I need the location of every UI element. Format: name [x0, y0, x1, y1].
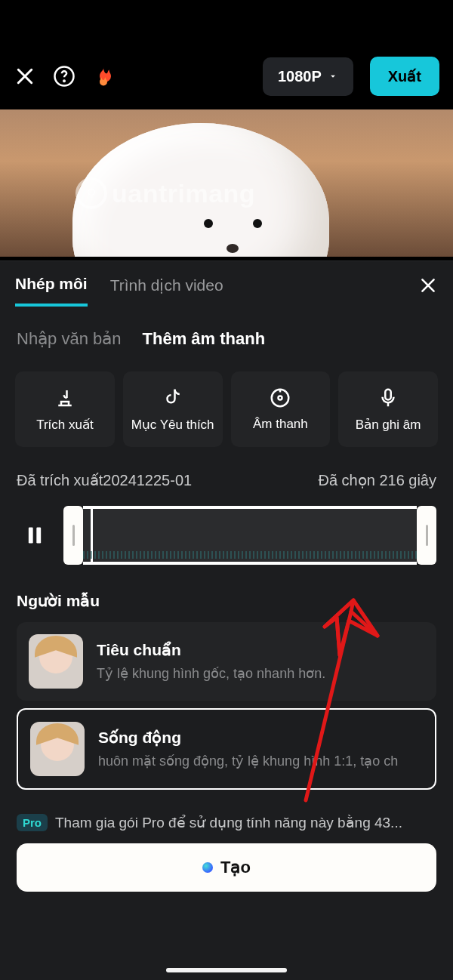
lightbulb-icon [76, 177, 107, 209]
extracted-clip-name: Đã trích xuất20241225-01 [17, 471, 192, 489]
subtab-enter-text[interactable]: Nhập văn bản [17, 329, 122, 349]
model-subtitle: huôn mặt sống động, tỷ lệ khung hình 1:1… [98, 753, 423, 769]
help-icon[interactable] [53, 65, 76, 88]
resolution-selector[interactable]: 1080P [263, 57, 353, 96]
svg-point-10 [279, 396, 282, 400]
pro-badge: Pro [17, 814, 48, 831]
sparkle-icon [202, 862, 213, 873]
flame-icon[interactable] [92, 63, 115, 89]
extract-icon [54, 387, 76, 409]
model-option-standard[interactable]: Tiêu chuẩn Tỷ lệ khung hình gốc, tạo nha… [17, 622, 436, 701]
pro-upsell[interactable]: Pro Tham gia gói Pro để sử dụng tính năn… [0, 790, 453, 831]
svg-point-3 [63, 81, 65, 82]
audio-option-record[interactable]: Bản ghi âm [338, 371, 438, 447]
disc-icon [269, 387, 291, 409]
svg-rect-14 [36, 528, 41, 544]
model-title: Tiêu chuẩn [97, 641, 424, 659]
svg-rect-11 [385, 389, 391, 399]
home-indicator [166, 968, 287, 972]
audio-option-extract[interactable]: Trích xuất [15, 371, 115, 447]
close-icon[interactable] [14, 65, 36, 88]
trim-handle-right[interactable] [417, 506, 436, 565]
waveform[interactable] [83, 506, 417, 565]
model-title: Sống động [98, 729, 423, 747]
tiktok-icon [162, 387, 184, 409]
bottom-sheet: Nhép môi Trình dịch video Nhập văn bản T… [0, 260, 453, 980]
model-option-dynamic[interactable]: Sống động huôn mặt sống động, tỷ lệ khun… [17, 708, 436, 790]
tab-video-translate[interactable]: Trình dịch video [110, 276, 223, 305]
svg-point-4 [88, 189, 94, 195]
playhead[interactable] [91, 509, 93, 562]
svg-rect-13 [29, 528, 33, 544]
microphone-icon [377, 387, 399, 409]
video-preview[interactable]: uantrimang [0, 109, 453, 257]
pro-text: Tham gia gói Pro để sử dụng tính năng nà… [55, 814, 402, 831]
sheet-close-icon[interactable] [418, 276, 438, 306]
model-subtitle: Tỷ lệ khung hình gốc, tạo nhanh hơn. [97, 665, 424, 682]
avatar [29, 634, 83, 689]
audio-option-favorite[interactable]: Mục Yêu thích [123, 371, 223, 447]
create-button[interactable]: Tạo [17, 843, 436, 892]
tab-lip-sync[interactable]: Nhép môi [15, 275, 88, 307]
resolution-value: 1080P [278, 68, 322, 85]
audio-trim-slider[interactable] [63, 506, 436, 565]
watermark: uantrimang [76, 177, 255, 209]
pause-button[interactable] [17, 510, 53, 560]
selected-duration: Đã chọn 216 giây [318, 471, 436, 489]
trim-handle-left[interactable] [63, 506, 83, 565]
subtab-add-audio[interactable]: Thêm âm thanh [143, 329, 266, 349]
avatar [30, 722, 85, 776]
export-button[interactable]: Xuất [370, 57, 439, 96]
audio-option-audio[interactable]: Âm thanh [231, 371, 331, 447]
caret-down-icon [328, 71, 338, 82]
model-section-label: Người mẫu [0, 572, 453, 615]
